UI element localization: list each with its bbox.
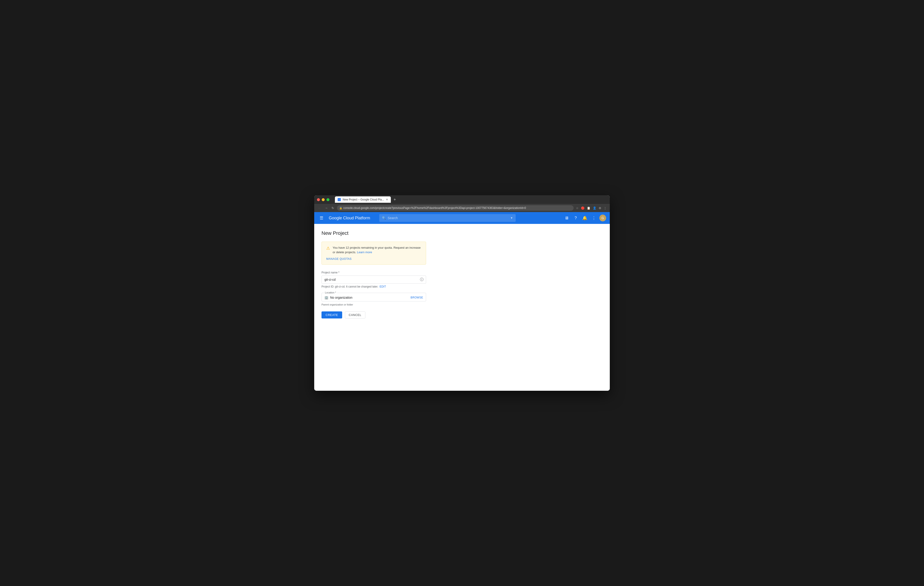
ext2-icon[interactable]: 📋 [586,206,591,210]
project-id-row: Project ID: git-ci-cd. It cannot be chan… [322,285,426,288]
search-dropdown-icon[interactable]: ▼ [510,216,513,220]
help-circle-icon[interactable]: ⓘ [420,277,424,282]
quota-warning-box: ⚠ You have 12 projects remaining in your… [322,242,426,265]
ext4-icon[interactable]: ⚙ [598,206,602,210]
avatar-letter: G [602,216,604,220]
organization-icon: 🏢 [325,296,328,300]
bookmark-icon[interactable]: ☆ [576,206,579,210]
search-bar[interactable]: 🔍 ▼ [379,214,516,222]
avatar[interactable]: G [599,215,606,221]
location-row: 🏢 No organization BROWSE [325,295,423,300]
terminal-icon: 🖥 [564,216,569,221]
browse-button[interactable]: BROWSE [411,296,423,299]
location-value: No organization [330,296,352,300]
browser-tab[interactable]: New Project – Google Cloud Pla... ✕ [335,196,391,203]
titlebar: New Project – Google Cloud Pla... ✕ + [314,195,610,204]
help-icon: ? [574,216,577,221]
warning-header: ⚠ You have 12 projects remaining in your… [326,245,421,254]
address-bar[interactable]: 🔒 console.cloud.google.com/projectcreate… [337,205,574,211]
ext5-icon[interactable]: ⋮ [603,206,607,210]
project-id-text: Project ID: git-ci-cd. It cannot be chan… [322,285,378,288]
location-left: 🏢 No organization [325,296,352,300]
create-button[interactable]: CREATE [322,311,342,318]
project-name-field-group: Project name * ⓘ Project ID: git-ci-cd. … [322,271,426,288]
search-icon: 🔍 [382,216,386,220]
toolbar-right: ☆ 🔴 📋 👤 ⚙ ⋮ [576,206,607,210]
parent-hint: Parent organization or folder [322,303,426,306]
back-button[interactable]: ← [317,206,322,210]
header-right-actions: 🖥 ? 🔔 ⋮ G [563,214,606,222]
ext1-icon[interactable]: 🔴 [581,206,585,210]
form-actions: CREATE CANCEL [322,311,426,318]
page-title: New Project [322,230,602,236]
search-input[interactable] [388,216,508,220]
project-name-input[interactable] [325,278,417,281]
ext3-icon[interactable]: 👤 [592,206,597,210]
hamburger-menu-button[interactable]: ☰ [318,214,325,222]
tab-close-button[interactable]: ✕ [386,198,388,201]
more-menu-button[interactable]: ⋮ [590,214,597,222]
bell-icon: 🔔 [582,216,587,221]
new-tab-button[interactable]: + [394,197,396,202]
tab-favicon [338,198,341,201]
more-vert-icon: ⋮ [592,216,596,221]
url-text: console.cloud.google.com/projectcreate?p… [343,206,526,209]
notifications-button[interactable]: 🔔 [581,214,588,222]
terminal-button[interactable]: 🖥 [563,214,570,222]
project-name-input-wrapper: ⓘ [322,275,426,284]
learn-more-link[interactable]: Learn more [357,250,372,254]
warning-icon: ⚠ [326,246,330,251]
lock-icon: 🔒 [339,207,342,209]
maximize-dot[interactable] [327,198,330,201]
location-fieldset: Location * 🏢 No organization BROWSE [322,293,426,301]
cancel-button[interactable]: CANCEL [345,311,365,318]
gcp-logo: Google Cloud Platform [329,216,370,221]
location-field-group: Location * 🏢 No organization BROWSE Pare… [322,293,426,306]
forward-button[interactable]: → [324,206,329,210]
warning-text: You have 12 projects remaining in your q… [333,245,421,254]
edit-project-id-link[interactable]: EDIT [380,285,386,288]
page-content: New Project ⚠ You have 12 projects remai… [314,224,610,391]
help-button[interactable]: ? [572,214,579,222]
location-label: Location * [324,291,337,294]
close-dot[interactable] [317,198,320,201]
new-project-form: Project name * ⓘ Project ID: git-ci-cd. … [322,271,426,318]
gcp-header: ☰ Google Cloud Platform 🔍 ▼ 🖥 ? 🔔 ⋮ G [314,212,610,224]
reload-button[interactable]: ↻ [331,206,335,210]
addressbar: ← → ↻ 🔒 console.cloud.google.com/project… [314,204,610,212]
project-name-label: Project name * [322,271,426,274]
minimize-dot[interactable] [322,198,325,201]
manage-quotas-link[interactable]: MANAGE QUOTAS [326,257,352,260]
browser-window: New Project – Google Cloud Pla... ✕ + ← … [314,195,610,391]
tab-title: New Project – Google Cloud Pla... [343,198,384,201]
hamburger-icon: ☰ [320,216,323,221]
